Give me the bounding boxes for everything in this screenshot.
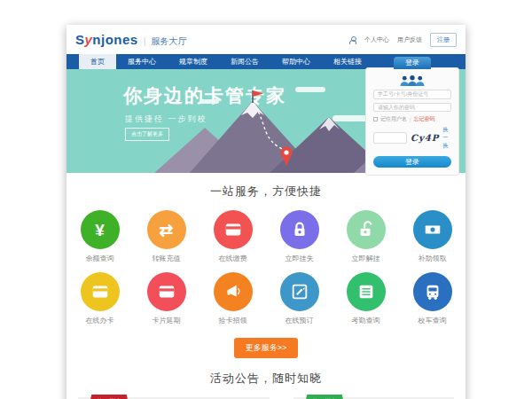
yen-icon[interactable]: ¥	[81, 210, 120, 249]
service-label: 卡片延期	[153, 316, 181, 325]
transfer-arrows-icon[interactable]: ⇄	[147, 210, 186, 249]
forgot-password-link[interactable]: 忘记密码	[414, 115, 435, 123]
more-services-button[interactable]: 更多服务>>	[234, 338, 299, 358]
site-container: Synjones | 服务大厅 个人中心 用户反馈 注册 首页 服务中心 规章制…	[66, 25, 466, 399]
service-unlock[interactable]: 立即解挂	[332, 210, 399, 263]
nav-item-rules[interactable]: 规章制度	[168, 54, 219, 69]
register-button[interactable]: 注册	[430, 33, 457, 47]
nav-item-news[interactable]: 新闻公告	[219, 54, 270, 69]
services-grid: ¥ 余额查询 ⇄ 转账充值 在线缴费 立即挂失	[66, 210, 466, 334]
nav-item-service-center[interactable]: 服务中心	[116, 54, 168, 69]
service-label: 在线预订	[286, 316, 314, 325]
service-label: 立即解挂	[352, 254, 380, 263]
service-apply-card[interactable]: 在线办卡	[66, 272, 133, 325]
announcements-title: 活动公告，随时知晓	[66, 371, 466, 387]
nav-item-help[interactable]: 帮助中心	[270, 54, 322, 69]
service-pay[interactable]: 在线缴费	[200, 210, 266, 263]
announcements-section: 活动公告，随时知晓 使用指南 最新公告 更多>> 使用指南 更多>>	[66, 371, 466, 399]
remember-checkbox[interactable]	[373, 117, 378, 121]
service-card-renew[interactable]: 卡片延期	[133, 272, 200, 325]
service-transfer[interactable]: ⇄ 转账充值	[133, 210, 200, 263]
separator: |	[410, 117, 411, 122]
captcha-refresh-link[interactable]: 换一换	[442, 126, 451, 150]
service-lock[interactable]: 立即挂失	[266, 210, 332, 263]
feedback-link[interactable]: 用户反馈	[397, 35, 422, 44]
service-label: 在线缴费	[219, 254, 247, 263]
personal-center-link[interactable]: 个人中心	[364, 35, 389, 44]
services-title: 一站服务，方便快捷	[66, 184, 466, 200]
captcha-input[interactable]	[373, 132, 407, 144]
site-name: 服务大厅	[152, 35, 187, 48]
service-booking[interactable]: 在线预订	[266, 272, 332, 325]
service-school-bus[interactable]: 校车查询	[399, 272, 466, 325]
remember-label: 记住用户名	[380, 115, 407, 123]
lock-icon[interactable]	[280, 210, 319, 249]
service-subsidy[interactable]: 补助领取	[399, 210, 466, 263]
logo-text: Synjones	[75, 32, 138, 47]
captcha-row: Cy4P 换一换	[373, 126, 451, 150]
guide-tab-2[interactable]: 使用指南	[304, 395, 345, 399]
login-tab[interactable]: 登录	[394, 57, 431, 69]
service-label: 转账充值	[153, 254, 181, 263]
captcha-image: Cy4P	[411, 133, 439, 143]
banknote-icon[interactable]	[413, 210, 452, 249]
card-icon[interactable]	[214, 210, 253, 249]
password-input[interactable]	[373, 103, 451, 113]
service-label: 在线办卡	[86, 316, 114, 325]
top-bar: Synjones | 服务大厅 个人中心 用户反馈 注册	[66, 25, 466, 54]
service-balance[interactable]: ¥ 余额查询	[66, 210, 133, 263]
arrows-glyph: ⇄	[160, 222, 174, 239]
login-panel: 登录 记住用户名 | 忘记密码 Cy4P 换一换 登录	[365, 67, 459, 176]
login-button[interactable]: 登录	[373, 156, 451, 168]
remember-row: 记住用户名 | 忘记密码	[373, 115, 451, 123]
service-lost-found[interactable]: 拾卡招领	[200, 272, 266, 325]
user-icon	[349, 36, 356, 43]
card-icon[interactable]	[147, 272, 186, 311]
username-input[interactable]	[373, 90, 451, 99]
edit-icon[interactable]	[280, 272, 319, 311]
logo[interactable]: Synjones | 服务大厅	[75, 32, 187, 48]
nav-item-home[interactable]: 首页	[79, 54, 116, 69]
megaphone-icon[interactable]	[214, 272, 253, 311]
nav-item-links[interactable]: 相关链接	[322, 54, 373, 69]
service-label: 立即挂失	[286, 254, 314, 263]
unlock-icon[interactable]	[347, 210, 386, 249]
top-links: 个人中心 用户反馈 注册	[349, 33, 457, 47]
service-label: 考勤查询	[352, 316, 380, 325]
service-label: 余额查询	[86, 254, 114, 263]
service-label: 校车查询	[419, 316, 447, 325]
users-group-icon	[395, 75, 429, 86]
service-attendance[interactable]: 考勤查询	[332, 272, 399, 325]
yen-glyph: ¥	[95, 222, 105, 239]
logo-divider: |	[144, 35, 146, 46]
card-icon[interactable]	[81, 272, 120, 311]
service-label: 拾卡招领	[219, 316, 247, 325]
services-section: 一站服务，方便快捷 ¥ 余额查询 ⇄ 转账充值 在线缴费 立即挂失	[66, 173, 466, 358]
list-icon[interactable]	[347, 272, 386, 311]
service-label: 补助领取	[419, 254, 447, 263]
bus-icon[interactable]	[413, 272, 452, 311]
guide-tab[interactable]: 使用指南	[89, 395, 129, 399]
